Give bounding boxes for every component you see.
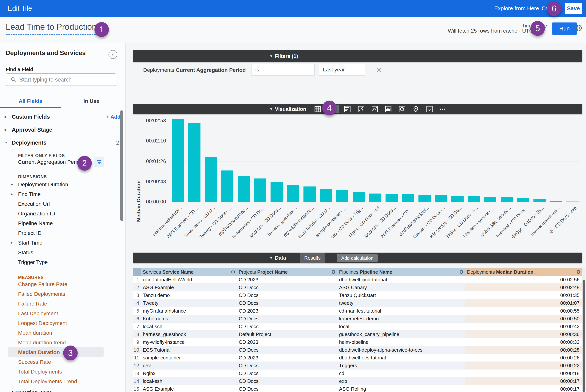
bar[interactable] (534, 199, 546, 202)
median-duration-cell[interactable]: 00:00:50 (465, 315, 582, 322)
sidebar-measure-item[interactable]: Mean duration (0, 328, 126, 338)
single-value-icon[interactable]: 6 (425, 105, 434, 113)
search-input[interactable] (19, 74, 113, 85)
service-name-cell[interactable]: dev (141, 362, 237, 369)
median-duration-cell[interactable]: 00:00:28 (465, 346, 582, 354)
median-duration-cell[interactable]: 00:00:33 (465, 338, 582, 346)
timezone-label[interactable]: Tim (522, 23, 530, 29)
bar[interactable] (402, 194, 414, 202)
bar[interactable] (550, 201, 562, 202)
project-name-cell[interactable]: Default Project (237, 330, 337, 338)
collapse-sidebar-icon[interactable]: ‹ (108, 50, 117, 59)
filter-by-field-button[interactable] (94, 157, 104, 168)
sidebar-dimension-item[interactable]: Organization ID (0, 209, 126, 218)
pipeline-name-cell[interactable]: helm-pipeline (337, 338, 465, 346)
service-name-cell[interactable]: ASG Example (141, 284, 237, 291)
project-name-cell[interactable]: CD Docs (237, 370, 337, 377)
sidebar-measure-item[interactable]: Last Deployment (0, 308, 126, 318)
pipeline-name-cell[interactable]: guestbook_canary_pipeline (337, 330, 465, 338)
service-name-cell[interactable]: ECS Tutorial (141, 346, 237, 354)
field-current-aggregation-period[interactable]: Current Aggregation Period (18, 159, 83, 165)
column-gear-icon[interactable]: ⚙ (331, 268, 336, 276)
sidebar-measure-item[interactable]: Total Deployments (0, 367, 126, 376)
remove-filter-icon[interactable]: ✕ (376, 66, 382, 74)
bar[interactable] (188, 123, 200, 202)
line-chart-icon[interactable] (370, 105, 379, 113)
group-approval-stage[interactable]: ▶ Approval Stage (0, 123, 126, 136)
tree-collapsed-icon[interactable]: ▶ (11, 192, 13, 196)
bar[interactable] (369, 194, 381, 202)
median-duration-cell[interactable]: 00:00:22 (465, 362, 582, 369)
service-name-cell[interactable]: Kubernetes (141, 315, 237, 322)
service-name-cell[interactable]: cicdTutorialHelloWorld (141, 276, 237, 284)
tile-title-editable[interactable]: Lead Time to Production (6, 22, 96, 35)
query-settings-gear-icon[interactable]: ⚙ (575, 23, 583, 33)
project-name-cell[interactable]: CD Docs (237, 385, 337, 392)
bar[interactable] (172, 119, 184, 202)
project-name-cell[interactable]: CD Docs (237, 346, 337, 354)
median-duration-cell[interactable]: 00:00:42 (465, 323, 582, 330)
next-group-clipped[interactable]: Execution Tags (12, 390, 52, 392)
group-custom-fields[interactable]: ▶ Custom Fields + Add (0, 110, 126, 123)
sidebar-measure-item[interactable]: Median Duration (0, 348, 126, 357)
service-name-cell[interactable]: ASG Example (141, 385, 237, 392)
pipeline-name-cell[interactable]: ASG Canary (337, 284, 465, 291)
project-name-cell[interactable]: CD Docs (237, 284, 337, 291)
bar[interactable] (271, 182, 283, 202)
tab-all-fields[interactable]: All Fields (0, 98, 61, 104)
tree-expanded-icon[interactable]: ▼ (4, 141, 8, 144)
pipeline-name-cell[interactable]: cd-manifest-tutorial (337, 307, 465, 315)
bar[interactable] (205, 157, 217, 202)
add-calculation-button[interactable]: Add calculation (337, 254, 378, 262)
service-name-cell[interactable]: local-ssh (141, 377, 237, 385)
bar[interactable] (468, 196, 480, 202)
tab-in-use[interactable]: In Use (61, 98, 122, 104)
pipeline-name-cell[interactable]: tweety (337, 299, 465, 307)
service-name-cell[interactable]: Nginx (141, 370, 237, 377)
service-name-cell[interactable]: my-wildfly-instance (141, 338, 237, 346)
scatter-chart-icon[interactable] (357, 105, 366, 113)
sidebar-measure-item[interactable]: Change Failure Rate (0, 280, 126, 289)
caret-down-icon[interactable]: ▼ (270, 108, 273, 111)
bar[interactable] (386, 194, 398, 202)
sidebar-dimension-item[interactable]: ▶Start Time (0, 238, 126, 248)
bar[interactable] (238, 176, 250, 202)
column-gear-icon[interactable]: ⚙ (459, 268, 464, 276)
bar[interactable] (303, 186, 316, 202)
median-duration-cell[interactable]: 00:00:36 (465, 330, 582, 338)
service-name-cell[interactable]: Tanzu demo (141, 292, 237, 299)
bar[interactable] (501, 197, 513, 202)
tree-collapsed-icon[interactable]: ▶ (11, 241, 13, 244)
pipeline-name-cell[interactable]: exp (337, 377, 465, 385)
sidebar-measure-item[interactable]: Failure Rate (0, 299, 126, 308)
save-button[interactable]: Save (565, 3, 582, 14)
project-name-cell[interactable]: CD Docs (237, 377, 337, 385)
table-chart-icon[interactable] (313, 105, 322, 113)
pipeline-name-cell[interactable]: dbothwell-ecs-tutorial (337, 354, 465, 362)
caret-down-icon[interactable]: ▼ (270, 54, 273, 58)
caret-down-icon[interactable]: ▼ (270, 256, 273, 260)
sidebar-dimension-item[interactable]: ▶Deployment Duration (0, 180, 126, 189)
service-name-cell[interactable]: sample-container (141, 354, 237, 362)
bar[interactable] (484, 197, 496, 202)
tab-results[interactable]: Results (300, 252, 325, 263)
column-header-project-name[interactable]: Projects Project Name ⚙ (237, 268, 337, 276)
project-name-cell[interactable]: CD 2023 (237, 354, 337, 362)
add-custom-field-button[interactable]: + Add (106, 114, 120, 120)
service-name-cell[interactable]: Tweety (141, 299, 237, 307)
sidebar-measure-item[interactable]: Longest Deployment (0, 318, 126, 328)
area-chart-icon[interactable] (384, 105, 393, 113)
project-name-cell[interactable]: CD Docs (237, 292, 337, 299)
pipeline-name-cell[interactable]: local (337, 323, 465, 330)
median-duration-cell[interactable]: 00:02:48 (465, 284, 582, 291)
sidebar-dimension-item[interactable]: Pipeline Name (0, 218, 126, 228)
project-name-cell[interactable]: CD 2023 (237, 338, 337, 346)
median-duration-cell[interactable]: 00:00:55 (465, 307, 582, 315)
tree-collapsed-icon[interactable]: ▶ (11, 183, 13, 186)
tree-collapsed-icon[interactable]: ▶ (4, 115, 7, 119)
column-header-service-name[interactable]: Services Service Name ⚙ (141, 268, 237, 276)
sidebar-measure-item[interactable]: Total Deployments Trend (0, 376, 126, 386)
median-duration-cell[interactable]: 00:00:26 (465, 354, 582, 362)
column-gear-icon[interactable]: ⚙ (231, 268, 235, 276)
bar[interactable] (435, 195, 447, 202)
